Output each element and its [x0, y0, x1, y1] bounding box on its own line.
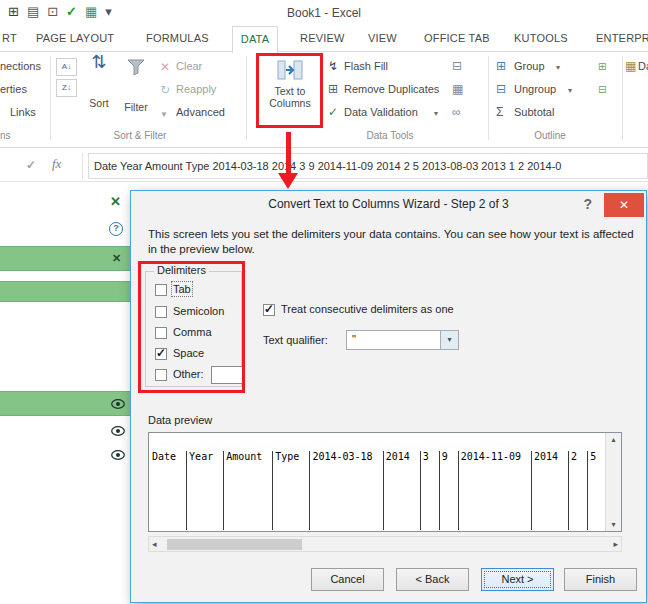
pane-green-bar[interactable] [0, 281, 130, 302]
flash-fill-icon: ↯ [328, 60, 338, 73]
ungroup-dropdown-icon[interactable]: ▾ [568, 86, 572, 95]
clear-button[interactable]: Clear [176, 60, 202, 72]
scroll-up-icon[interactable]: ▴ [606, 435, 621, 444]
convert-text-to-columns-dialog: Convert Text to Columns Wizard - Step 2 … [130, 190, 647, 603]
preview-cell: 2 [569, 451, 588, 530]
sort-descending-button[interactable]: Z↓ [56, 79, 77, 97]
task-pane: ✕ ? ✕ [0, 182, 130, 604]
text-qualifier-value: " [352, 333, 356, 345]
back-button[interactable]: < Back [396, 568, 469, 591]
ribbon-item-edit-links-partial[interactable]: Links [10, 106, 36, 118]
data-preview-label: Data preview [148, 414, 212, 426]
tab-review[interactable]: REVIEW [300, 32, 345, 44]
pane-green-bar[interactable]: ✕ [0, 246, 130, 271]
dialog-close-button[interactable]: ✕ [604, 193, 644, 217]
reapply-button[interactable]: Reapply [176, 83, 216, 95]
data-analysis-button-partial[interactable]: Dat [638, 60, 648, 72]
ungroup-button[interactable]: Ungroup [514, 83, 556, 95]
title-bar: ⊞ ▤ ⊡ ✓ ▦ ▾ Book1 - Excel [0, 0, 648, 26]
funnel-icon [127, 59, 145, 76]
preview-horizontal-scrollbar[interactable]: ◂ ▸ [148, 536, 622, 552]
tab-office-tab[interactable]: OFFICE TAB [424, 32, 490, 44]
hide-detail-icon[interactable]: ⊟ [598, 83, 606, 96]
show-detail-icon[interactable]: ⊞ [598, 60, 606, 73]
ungroup-icon: ⊟ [496, 83, 506, 96]
ribbon-item-properties-partial[interactable]: erties [0, 83, 27, 95]
pane-close-icon[interactable]: ✕ [110, 194, 121, 209]
tab-page-layout[interactable]: PAGE LAYOUT [36, 32, 114, 44]
group-button[interactable]: Group [514, 60, 545, 72]
data-validation-dropdown-icon[interactable]: ▾ [434, 109, 438, 118]
ribbon-item-connections-partial[interactable]: nections [0, 60, 41, 72]
annotation-box-text-to-columns [256, 53, 323, 128]
combobox-dropdown-icon[interactable]: ▾ [440, 331, 458, 349]
data-preview-box: Date Year Amount Type 2014-03-18 2014 3 … [148, 432, 622, 532]
pane-help-icon[interactable]: ? [109, 222, 123, 236]
data-validation-icon: ✓ [328, 106, 338, 119]
eye-icon[interactable] [111, 399, 125, 409]
relationships-icon[interactable]: ∞ [452, 106, 461, 119]
cancel-button[interactable]: Cancel [311, 568, 384, 591]
dialog-help-icon[interactable]: ? [583, 196, 592, 212]
group-separator [50, 56, 51, 140]
eye-icon[interactable] [111, 450, 125, 460]
subtotal-button[interactable]: Subtotal [514, 106, 554, 118]
remove-duplicates-button[interactable]: Remove Duplicates [344, 83, 439, 95]
fx-icon[interactable]: fx [52, 156, 61, 172]
scroll-down-icon[interactable]: ▾ [606, 520, 621, 529]
group-dropdown-icon[interactable]: ▾ [556, 63, 560, 72]
preview-vertical-scrollbar[interactable]: ▴ ▾ [605, 433, 621, 531]
excel-window: ⊞ ▤ ⊡ ✓ ▦ ▾ Book1 - Excel RT PAGE LAYOUT… [0, 0, 648, 604]
what-if-analysis-icon[interactable]: ▦ [452, 83, 463, 96]
clear-icon: ✕ [160, 61, 170, 74]
flash-fill-button[interactable]: Flash Fill [344, 60, 388, 72]
formula-bar-separator [82, 153, 83, 179]
preview-cell: Type [273, 451, 310, 530]
consolidate-icon[interactable]: ⊟ [452, 60, 462, 73]
group-separator [488, 56, 489, 140]
formula-bar-input[interactable]: Date Year Amount Type 2014-03-18 2014 3 … [88, 153, 648, 179]
remove-duplicates-icon: ⊞ [328, 83, 338, 96]
treat-consecutive-label[interactable]: Treat consecutive delimiters as one [281, 303, 454, 315]
group-separator [246, 56, 247, 140]
window-title: Book1 - Excel [0, 6, 648, 20]
bar-close-icon[interactable]: ✕ [112, 252, 121, 265]
sort-button[interactable]: ⇅ Sort [82, 56, 116, 128]
subtotal-icon: Σ [496, 106, 503, 119]
finish-button[interactable]: Finish [564, 568, 637, 591]
sort-ascending-button[interactable]: A↓ [56, 58, 77, 76]
data-analysis-icon: ▦ [625, 60, 636, 73]
tab-enterprise-partial[interactable]: ENTERPR [596, 32, 648, 44]
preview-cell: 2014 [384, 451, 421, 530]
group-icon: ⊞ [496, 60, 506, 73]
reapply-icon: ↻ [160, 84, 170, 97]
tab-kutools[interactable]: KUTOOLS [514, 32, 568, 44]
data-validation-button[interactable]: Data Validation [344, 106, 418, 118]
scroll-right-icon[interactable]: ▸ [613, 539, 618, 549]
preview-cell: 3 [421, 451, 440, 530]
scrollbar-thumb[interactable] [167, 539, 302, 550]
enter-check-icon[interactable]: ✓ [26, 158, 36, 172]
dialog-description: This screen lets you set the delimiters … [148, 227, 634, 257]
advanced-filter-icon: ▼ [160, 108, 168, 121]
treat-consecutive-checkbox[interactable] [263, 304, 275, 316]
pane-green-bar[interactable] [0, 391, 130, 416]
preview-cell: 2014 [532, 451, 569, 530]
preview-cell: Date [150, 451, 187, 530]
filter-button[interactable]: Filter [118, 56, 154, 128]
tab-formulas[interactable]: FORMULAS [146, 32, 209, 44]
tab-insert-partial[interactable]: RT [2, 32, 17, 44]
advanced-button[interactable]: Advanced [176, 106, 225, 118]
eye-icon[interactable] [111, 426, 125, 436]
annotation-box-delimiters [138, 261, 245, 393]
group-label-data-tools: Data Tools [330, 130, 450, 141]
scroll-left-icon[interactable]: ◂ [152, 539, 157, 549]
text-qualifier-combobox[interactable]: " ▾ [346, 330, 459, 350]
sort-icon: ⇅ [91, 56, 106, 69]
annotation-arrow-head [278, 173, 298, 189]
tab-view[interactable]: VIEW [368, 32, 397, 44]
preview-cell: Amount [224, 451, 273, 530]
ribbon: nections erties Links ns A↓ Z↓ ⇅ Sort Fi… [0, 52, 648, 148]
next-button[interactable]: Next > [481, 568, 554, 591]
tab-data[interactable]: DATA [232, 26, 278, 53]
